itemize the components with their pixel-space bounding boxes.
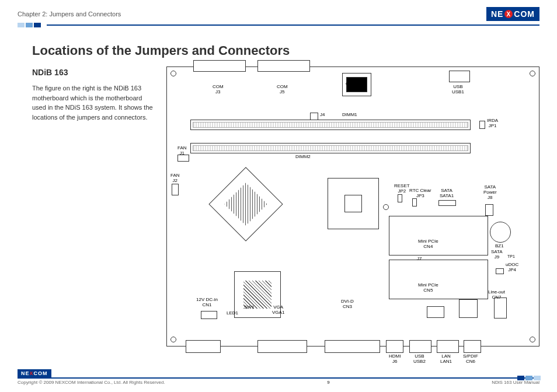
label-lan: LANLAN1: [440, 354, 452, 365]
board-subtitle: NDiB 163: [32, 66, 155, 79]
bottom-port-dc: [186, 340, 221, 353]
cpu-outline: [328, 178, 379, 229]
label-fan-j1: FANJ1: [177, 146, 187, 156]
board-description: The figure on the right is the NDiB 163 …: [32, 83, 155, 122]
hole-mid: [383, 204, 389, 210]
label-cn4: Mini PCIeCN4: [418, 239, 438, 250]
page-header: Chapter 2: Jumpers and Connectors NE X C…: [0, 0, 557, 24]
dvi-port: [325, 340, 380, 353]
sata-power-j8: [485, 204, 493, 216]
label-tp1: TP1: [507, 254, 515, 259]
description-column: NDiB 163 The figure on the right is the …: [32, 66, 155, 346]
vga-port: [257, 340, 307, 353]
footer-accent-blocks: [517, 376, 541, 380]
rtc-jp3: [412, 198, 417, 206]
copyright-text: Copyright © 2009 NEXCOM International Co…: [18, 380, 165, 385]
label-fan-j2: FANJ2: [170, 173, 180, 184]
main-content: Locations of the Jumpers and Connectors …: [0, 26, 557, 346]
usb2-port: [409, 340, 431, 353]
irda-header: [479, 121, 485, 129]
label-sw1: SW1: [244, 305, 254, 310]
label-vga: VGAVGA1: [272, 305, 284, 316]
hole-tr: [530, 71, 535, 76]
label-lineout: Line-outCN7: [488, 290, 505, 300]
com-j3-port: [193, 60, 246, 72]
mini-pcie-cn4: [389, 216, 488, 256]
hole-tl: [170, 71, 176, 76]
label-rtc: RTC ClearJP3: [409, 188, 431, 199]
hole-bl: [170, 337, 176, 342]
small-chip-2: [427, 306, 444, 318]
label-com-j5: COMJ5: [277, 85, 288, 95]
chapter-title: Chapter 2: Jumpers and Connectors: [18, 10, 121, 18]
fan-j2-header: [172, 184, 179, 195]
label-udoc: uDOCJP4: [506, 262, 518, 273]
lineout-conn: [494, 298, 507, 318]
battery-circle: [490, 222, 511, 243]
udoc-jp4: [496, 268, 504, 274]
dimm1-slot: [190, 120, 471, 130]
label-hdmi: HDMIJ6: [389, 354, 401, 365]
dimm2-slot: [190, 143, 471, 153]
label-cn5: Mini PCIeCN5: [418, 283, 438, 293]
label-dimm2: DIMM2: [295, 155, 311, 160]
dc-in-conn: [201, 311, 217, 319]
small-chip-1: [459, 299, 478, 318]
label-dvid: DVI-DCN3: [341, 299, 354, 310]
label-j7: J7: [417, 257, 422, 262]
label-led1: LED1: [227, 311, 238, 316]
page-number: 9: [327, 380, 329, 385]
brand-right: COM: [514, 9, 535, 19]
rule-accent-blocks: [18, 23, 41, 27]
label-sata1: SATASATA1: [440, 188, 454, 199]
page-footer: NEXCOM Copyright © 2009 NEXCOM Internati…: [18, 377, 539, 385]
page-title: Locations of the Jumpers and Connectors: [32, 43, 539, 58]
spdif-port: [464, 340, 481, 353]
label-com-j3: COMJ3: [213, 85, 224, 95]
header-rule: [47, 24, 539, 26]
footer-rule: [18, 377, 539, 379]
com-j5-port: [257, 60, 310, 72]
hole-br: [530, 337, 535, 342]
label-j4: J4: [320, 113, 325, 118]
label-bz1: BZ1: [495, 244, 504, 249]
northbridge-outline: [208, 167, 283, 241]
label-sata-j9: SATAJ9: [491, 250, 503, 260]
footer-logo: NEXCOM: [18, 369, 51, 377]
nexcom-logo: NE X COM: [486, 7, 539, 21]
mini-pcie-cn5: [389, 260, 488, 299]
brand-x-icon: X: [504, 10, 513, 18]
usb1-port: [449, 71, 470, 82]
label-sata-power: SATAPowerJ8: [483, 185, 497, 200]
sata1-conn: [438, 200, 456, 206]
motherboard-diagram: COMJ3 COMJ5 GPIOCN2 .gpio-lbl{top:24px !…: [166, 66, 539, 346]
hdmi-port: [386, 340, 403, 353]
label-12v: 12V DC-inCN1: [196, 298, 218, 308]
label-spdif: S/PDIFCN6: [463, 354, 478, 365]
lan-port: [437, 340, 459, 353]
label-usb1: USBUSB1: [452, 85, 464, 95]
brand-left: NE: [491, 9, 503, 19]
label-irda: IRDAJP1: [487, 118, 498, 129]
reset-jp2: [398, 194, 402, 202]
label-usb2: USBUSB2: [413, 354, 426, 365]
manual-name: NDiS 163 User Manual: [492, 380, 539, 385]
label-reset: RESETJP2: [394, 184, 410, 194]
label-dimm1: DIMM1: [342, 113, 357, 118]
label-gpio-cn2: GPIOCN2: [346, 82, 357, 92]
